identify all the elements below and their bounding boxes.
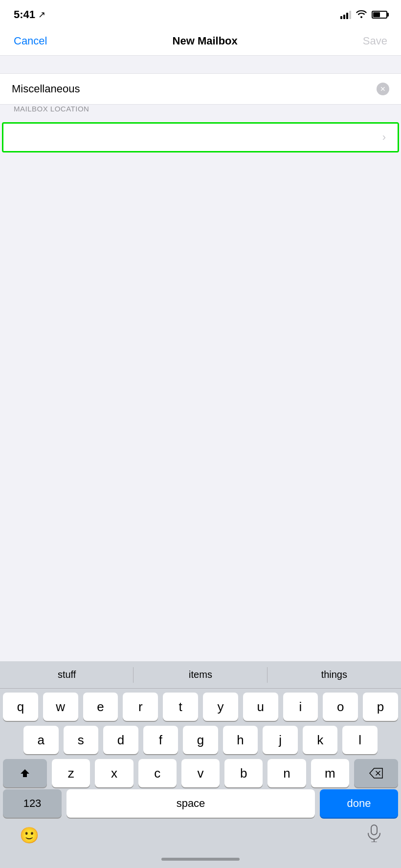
key-i[interactable]: i xyxy=(283,693,318,721)
location-section-gap: MAILBOX LOCATION xyxy=(0,105,401,122)
signal-icon xyxy=(340,10,351,19)
space-key[interactable]: space xyxy=(67,789,315,818)
key-x[interactable]: x xyxy=(95,759,133,787)
home-bar xyxy=(161,858,240,861)
emoji-mic-row: 🙂 xyxy=(0,822,401,850)
mailbox-location-label: MAILBOX LOCATION xyxy=(0,105,401,117)
key-g[interactable]: g xyxy=(183,726,218,754)
wifi-icon xyxy=(356,9,367,21)
key-k[interactable]: k xyxy=(303,726,338,754)
mailbox-location-row[interactable]: › xyxy=(2,122,399,152)
key-z[interactable]: z xyxy=(52,759,90,787)
autocomplete-things[interactable]: things xyxy=(267,661,401,688)
key-r[interactable]: r xyxy=(123,693,158,721)
home-indicator xyxy=(0,850,401,868)
save-button[interactable]: Save xyxy=(363,35,387,47)
key-b[interactable]: b xyxy=(224,759,263,787)
clear-input-button[interactable]: ✕ xyxy=(377,83,389,95)
key-a[interactable]: a xyxy=(23,726,59,754)
key-h[interactable]: h xyxy=(223,726,258,754)
chevron-right-icon: › xyxy=(382,131,386,144)
key-row-3: z x c v b n m xyxy=(3,759,398,787)
done-key[interactable]: done xyxy=(320,789,398,818)
key-s[interactable]: s xyxy=(64,726,99,754)
numbers-key[interactable]: 123 xyxy=(3,789,62,818)
cancel-button[interactable]: Cancel xyxy=(14,35,47,47)
location-arrow-icon: ↗ xyxy=(38,9,45,20)
key-u[interactable]: u xyxy=(243,693,278,721)
keyboard: stuff items things q w e r t y u i o p a… xyxy=(0,661,401,868)
content-area xyxy=(0,152,401,348)
key-o[interactable]: o xyxy=(323,693,358,721)
bottom-key-row: 123 space done xyxy=(0,789,401,822)
mailbox-name-input[interactable] xyxy=(12,83,377,95)
autocomplete-row: stuff items things xyxy=(0,661,401,689)
keys-container: q w e r t y u i o p a s d f g h j k l xyxy=(0,689,401,789)
section-gap-top xyxy=(0,56,401,73)
key-j[interactable]: j xyxy=(263,726,298,754)
nav-bar: Cancel New Mailbox Save xyxy=(0,26,401,56)
key-l[interactable]: l xyxy=(342,726,378,754)
key-q[interactable]: q xyxy=(3,693,38,721)
key-t[interactable]: t xyxy=(163,693,198,721)
key-row-2: a s d f g h j k l xyxy=(3,726,398,754)
key-p[interactable]: p xyxy=(363,693,398,721)
key-w[interactable]: w xyxy=(43,693,78,721)
key-f[interactable]: f xyxy=(143,726,178,754)
name-input-row: ✕ xyxy=(0,74,401,104)
status-time: 5:41 ↗ xyxy=(14,8,45,21)
microphone-button[interactable] xyxy=(367,825,381,846)
autocomplete-items[interactable]: items xyxy=(134,661,267,688)
page-title: New Mailbox xyxy=(173,35,238,47)
battery-icon xyxy=(372,11,387,19)
svg-rect-0 xyxy=(371,825,377,835)
key-d[interactable]: d xyxy=(103,726,138,754)
key-c[interactable]: c xyxy=(138,759,177,787)
key-m[interactable]: m xyxy=(311,759,349,787)
key-row-1: q w e r t y u i o p xyxy=(3,693,398,721)
key-e[interactable]: e xyxy=(83,693,118,721)
status-icons xyxy=(340,9,387,21)
key-n[interactable]: n xyxy=(267,759,306,787)
key-v[interactable]: v xyxy=(181,759,220,787)
key-y[interactable]: y xyxy=(203,693,238,721)
name-input-section: ✕ xyxy=(0,73,401,105)
shift-key[interactable] xyxy=(3,759,47,787)
delete-key[interactable] xyxy=(354,759,398,787)
status-bar: 5:41 ↗ xyxy=(0,0,401,26)
autocomplete-stuff[interactable]: stuff xyxy=(0,661,134,688)
emoji-button[interactable]: 🙂 xyxy=(20,826,39,845)
